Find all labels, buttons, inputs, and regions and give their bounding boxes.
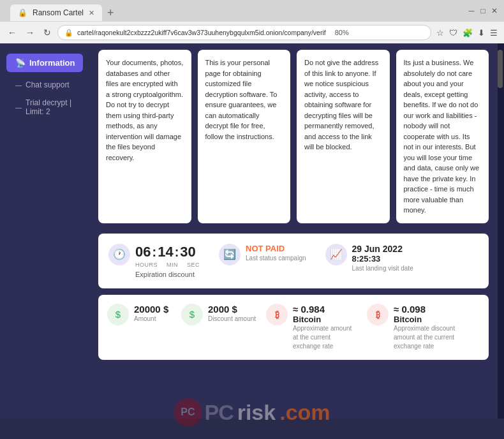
main-content: Your documents, photos, databases and ot… [89,43,498,419]
back-button[interactable]: ← [5,26,19,39]
status-section: 🕐 06 : 14 : 30 HOURS MIN [98,234,489,288]
card-business: Its just a business. We absolutely do no… [396,50,489,223]
sidebar-item-chat[interactable]: Chat support [6,77,83,93]
lock-icon: 🔒 [64,29,73,37]
visit-date-item: 📈 29 Jun 2022 8:25:33 Last landing visit… [325,244,413,272]
zoom-level[interactable]: 80% [332,28,352,37]
shield-icon[interactable]: 🛡 [448,27,459,39]
tab-close-icon[interactable]: ✕ [89,9,94,17]
sidebar-chat-label: Chat support [26,80,70,89]
amount-value-2: ≈ 0.984 [293,304,357,315]
visit-time-value: 8:25:33 [352,254,413,264]
tab-favicon: 🔒 [18,8,27,17]
amount-label-2: Approximate amount at the current exchan… [293,324,357,351]
timer-item: 🕐 06 : 14 : 30 HOURS MIN [108,244,200,278]
min-label: MIN [167,262,178,268]
visit-date-value: 29 Jun 2022 [352,244,413,254]
amount-item-1: $ 2000 $ Discount amount [181,304,256,325]
payment-status-value: NOT PAID [246,244,306,253]
sidebar-info-label: Information [29,58,75,68]
amount-value-1: 2000 $ [208,304,256,315]
amount-item-0: $ 20000 $ Amount [107,304,171,325]
card-encryption: Your documents, photos, databases and ot… [98,50,191,223]
download-icon[interactable]: ⬇ [477,27,486,39]
browser-tab[interactable]: 🔒 Ransom Cartel ✕ [10,4,102,21]
wifi-icon: 📡 [15,58,26,68]
minimize-button[interactable]: ─ [467,6,476,15]
timer-sec: 30 [180,244,195,260]
card-warning: Do not give the address of this link to … [297,50,390,223]
maximize-button[interactable]: □ [478,6,487,15]
amount-label-0: Amount [134,315,168,324]
sidebar: 📡 Information Chat support Trial decrypt… [0,43,89,419]
sidebar-trial-label: Trial decrypt | Limit: 2 [26,98,74,116]
amount-label-3: Approximate discount amount at the curre… [394,324,457,351]
amount-label-1: Discount amount [208,315,256,324]
dollar-icon-1: $ [181,304,203,325]
amounts-section: $ 20000 $ Amount $ 2000 $ Discount amoun… [98,295,489,360]
payment-status-item: 🔄 NOT PAID Last status campaign [219,244,306,265]
sidebar-item-information[interactable]: 📡 Information [6,54,83,72]
refresh-icon: 🔄 [219,244,241,265]
info-cards-row: Your documents, photos, databases and ot… [98,50,489,223]
menu-icon[interactable]: ☰ [489,27,499,39]
sec-label: SEC [187,262,200,268]
forward-button[interactable]: → [23,26,37,39]
close-button[interactable]: ✕ [490,6,499,15]
scroll-thumb[interactable] [498,50,503,88]
scrollbar[interactable] [498,43,504,419]
amount-item-2: ₿ ≈ 0.984 Bitcoin Approximate amount at … [266,304,357,351]
amount-value2-3: Bitcoin [394,315,457,324]
bitcoin-icon-0: ₿ [266,304,288,325]
bookmark-icon[interactable]: ☆ [435,27,445,39]
amount-item-3: ₿ ≈ 0.098 Bitcoin Approximate discount a… [367,304,457,351]
amount-value-0: 20000 $ [134,304,168,315]
card-warning-text: Do not give the address of this link to … [304,59,378,151]
expiry-label: Expiration discount [135,271,200,278]
timer-min: 14 [158,244,173,260]
extension-icon[interactable]: 🧩 [461,27,474,39]
reload-button[interactable]: ↻ [41,26,54,39]
card-personal-page: This is your personal page for obtaining… [198,50,291,223]
card-encryption-text: Your documents, photos, databases and ot… [106,59,183,161]
dollar-icon-0: $ [107,304,129,325]
bitcoin-icon-1: ₿ [367,304,389,325]
new-tab-button[interactable]: + [102,4,119,21]
clock-icon: 🕐 [108,244,130,265]
sidebar-item-trial[interactable]: Trial decrypt | Limit: 2 [6,95,83,119]
card-personal-text: This is your personal page for obtaining… [205,59,278,140]
amount-value2-2: Bitcoin [293,315,357,324]
visit-date-sub: Last landing visit date [352,265,413,272]
calendar-icon: 📈 [325,244,347,265]
card-business-text: Its just a business. We absolutely do no… [404,59,480,214]
payment-status-sub: Last status campaign [246,255,306,262]
address-bar-input[interactable]: 🔒 cartel/raqonekult2cxbzzz2ukiff7v6cav3w… [57,25,431,40]
tab-title: Ransom Cartel [33,8,84,17]
address-text: cartel/raqonekult2cxbzzz2ukiff7v6cav3w37… [77,29,326,36]
amount-value-3: ≈ 0.098 [394,304,457,315]
timer-hours: 06 [135,244,151,260]
hours-label: HOURS [135,262,158,268]
